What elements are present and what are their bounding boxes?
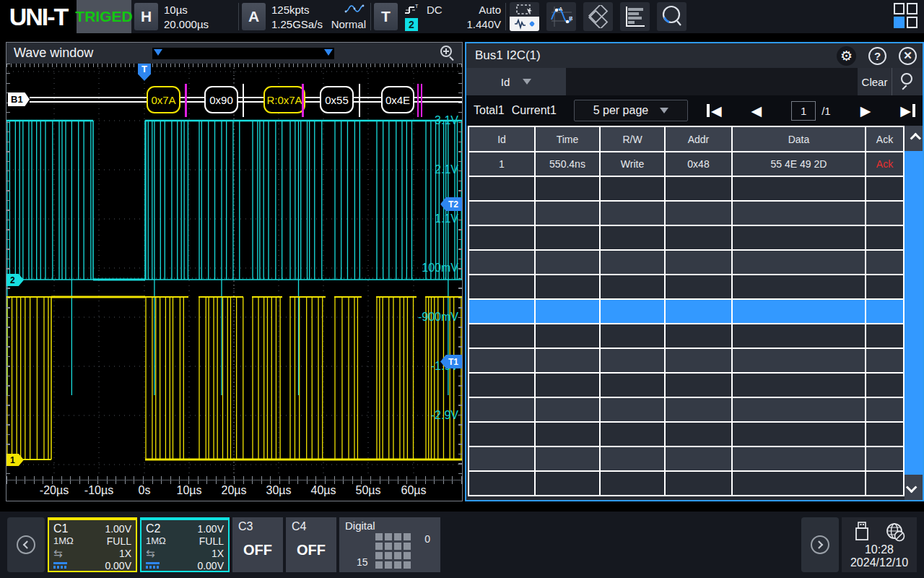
channel2-card[interactable]: C2 1.00V 1MΩ FULL ⇆ 1X 0.00V [140, 517, 230, 572]
search-field-select[interactable]: Id [466, 68, 566, 95]
digital-channel-dot [385, 533, 392, 540]
help-icon[interactable]: ? [868, 47, 886, 65]
decoder-search-row: Id Clear [466, 68, 923, 95]
channel4-card[interactable]: C4 OFF [286, 517, 336, 572]
scroll-up-button[interactable] [905, 126, 923, 151]
channel1-offset: 0.00V [105, 560, 131, 571]
histogram-button[interactable] [620, 2, 650, 31]
table-cell [665, 348, 732, 373]
waveform-display[interactable]: T 0x7A0x90R:0x7A0x550x4E B1 3.1V2.1V1.1V… [6, 64, 462, 480]
scroll-channels-right-button[interactable] [801, 517, 839, 572]
per-page-select[interactable]: 5 per page [574, 100, 688, 121]
channel2-impedance: 1MΩ [146, 535, 197, 546]
digital-channel-dot [375, 543, 383, 550]
table-cell [600, 176, 665, 201]
table-row-selected[interactable] [468, 299, 904, 324]
time-label: 30µs [266, 484, 291, 497]
select-rect-icon[interactable] [510, 2, 539, 17]
search-button[interactable] [892, 68, 923, 95]
decode-table[interactable]: IdTimeR/WAddrDataAck1550.4nsWrite0x4855 … [468, 126, 905, 496]
acquire-section[interactable]: A 125kpts 1.25GSa/s Normal [239, 0, 370, 33]
table-cell [468, 176, 535, 201]
digital-channel-dot [385, 543, 392, 550]
table-cell [866, 324, 904, 348]
table-row[interactable] [468, 447, 904, 471]
slider-right-marker[interactable] [324, 49, 333, 56]
svg-text:T: T [415, 4, 419, 9]
usb-device-icon [854, 522, 870, 542]
horizontal-key[interactable]: H [134, 3, 158, 30]
wave-position-slider[interactable] [152, 48, 334, 59]
settings-gear-icon[interactable]: ⚙ [837, 46, 856, 66]
table-cell [535, 250, 600, 275]
scrollbar-thumb[interactable] [905, 151, 923, 475]
search-tool-button[interactable] [657, 2, 687, 31]
trigger-level: 1.440V [466, 18, 501, 30]
channel3-card[interactable]: C3 OFF [232, 517, 283, 572]
table-row[interactable] [468, 373, 904, 397]
table-cell [535, 397, 600, 422]
layout-cell-active [894, 17, 905, 28]
next-page-button[interactable]: ▶ [860, 103, 871, 119]
table-cell [468, 348, 535, 373]
wave-move-tool-icon[interactable] [510, 17, 539, 31]
voltage-label: -900mV [418, 311, 458, 324]
close-icon[interactable]: ✕ [899, 47, 917, 65]
table-cell [535, 324, 600, 348]
waveform-svg [6, 64, 462, 480]
scroll-down-button[interactable] [905, 475, 923, 500]
channel2-bandwidth: FULL [197, 535, 224, 547]
last-page-button[interactable]: ▶ [900, 103, 915, 119]
table-row[interactable] [468, 250, 904, 275]
cursor-measure-button[interactable]: AB [546, 2, 576, 31]
table-row[interactable] [468, 348, 904, 373]
prev-page-button[interactable]: ◀ [751, 103, 762, 119]
channel2-probe: 1X [197, 548, 224, 559]
table-row[interactable] [468, 324, 904, 348]
digital-channels-card[interactable]: Digital 0 15 [339, 517, 440, 572]
table-row[interactable] [468, 176, 904, 201]
table-row[interactable]: 1550.4nsWrite0x4855 4E 49 2DAck [468, 152, 904, 176]
table-cell [732, 447, 866, 471]
trigger-section[interactable]: T T 2 DCAuto 1.440V [371, 0, 505, 33]
search-input[interactable] [566, 68, 858, 95]
cursor-select-tool-button[interactable] [510, 2, 539, 31]
digital-label: Digital [345, 519, 435, 532]
table-cell [665, 225, 732, 250]
window-layout-button[interactable] [894, 3, 918, 29]
xy-mode-button[interactable] [583, 2, 613, 31]
zoom-in-icon[interactable] [439, 46, 455, 61]
acquire-key[interactable]: A [242, 3, 266, 30]
time-label: -10µs [84, 484, 113, 497]
top-toolbar: UNI-T TRIGED H 10µs 20.000µs A 125kpts 1… [0, 0, 924, 33]
table-cell [535, 348, 600, 373]
channel1-name: C1 [53, 522, 105, 535]
channel1-bandwidth: FULL [105, 535, 131, 547]
table-row[interactable] [468, 201, 904, 225]
voltage-label: 100mV [422, 262, 458, 275]
table-row[interactable] [468, 397, 904, 422]
digital-channel-dot [404, 533, 411, 540]
page-number-input[interactable]: 1 [791, 101, 816, 121]
table-row[interactable] [468, 225, 904, 250]
table-cell [665, 299, 732, 324]
table-cell [866, 348, 904, 373]
clear-button[interactable]: Clear [858, 68, 892, 95]
table-scrollbar[interactable] [905, 126, 923, 500]
channel3-state: OFF [238, 542, 277, 558]
scroll-channels-left-button[interactable] [7, 517, 45, 572]
digital-channel-dot [375, 561, 383, 569]
table-row[interactable] [468, 275, 904, 299]
table-row[interactable] [468, 471, 904, 496]
column-header: Addr [665, 126, 732, 152]
table-cell [468, 275, 535, 299]
trigger-key[interactable]: T [374, 3, 398, 30]
decode-frame: 0x7A [147, 86, 180, 113]
decoder-title: Bus1 I2C(1) [475, 48, 541, 63]
search-icon [899, 73, 915, 90]
slider-left-marker[interactable] [154, 49, 162, 56]
table-row[interactable] [468, 422, 904, 447]
horizontal-section[interactable]: H 10µs 20.000µs [131, 0, 238, 33]
channel1-card[interactable]: C1 1.00V 1MΩ FULL ⇆ 1X 0.00V [48, 517, 137, 572]
first-page-button[interactable]: ◀ [707, 103, 722, 119]
